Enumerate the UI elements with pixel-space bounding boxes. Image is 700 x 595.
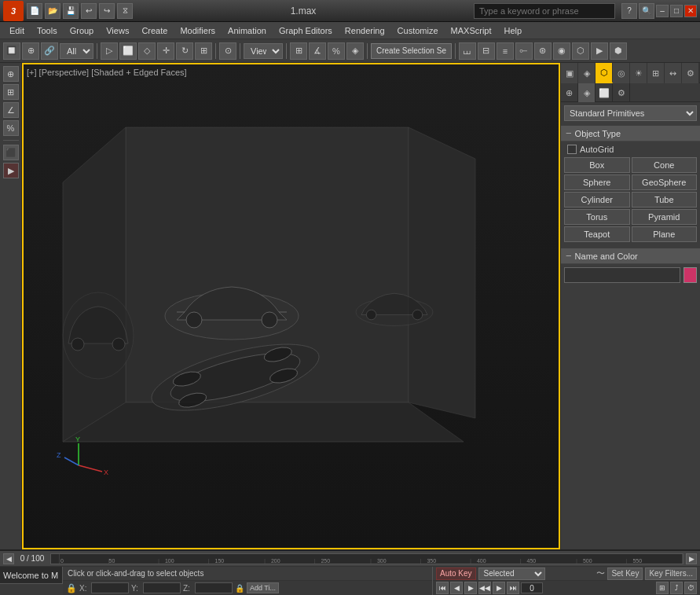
tab-spacewarp[interactable]: ↭ (665, 63, 682, 83)
select-region-btn[interactable]: ⬜ (119, 42, 137, 60)
tab-geometry[interactable]: ⬡ (596, 63, 613, 83)
subtab-utility[interactable]: ⚙ (613, 83, 630, 102)
filter-dropdown[interactable]: All (60, 43, 93, 59)
tab-helper[interactable]: ⊞ (647, 63, 665, 83)
search-input[interactable] (474, 3, 615, 19)
menu-help[interactable]: Help (498, 22, 529, 39)
minimize-button[interactable]: – (656, 5, 669, 17)
go-start-btn[interactable]: ⏮ (436, 582, 449, 594)
param-curve-btn[interactable]: ⤴ (670, 582, 683, 594)
frame-number-input[interactable] (521, 582, 543, 593)
viewport-layout-btn[interactable]: ⬛ (3, 145, 19, 160)
snap-pct-btn[interactable]: % (3, 120, 19, 136)
scale-btn[interactable]: ⊞ (195, 42, 212, 60)
subtab-hierarchy[interactable]: ⊕ (561, 83, 578, 102)
menu-group[interactable]: Group (64, 22, 101, 39)
tab-shapes[interactable]: ◈ (578, 63, 596, 83)
tab-systems[interactable]: ⚙ (682, 63, 699, 83)
rotate-btn[interactable]: ↻ (176, 42, 193, 60)
x-coord-input[interactable] (91, 582, 129, 593)
snap-key-btn[interactable]: ⊞ (656, 582, 669, 594)
menu-graph-editors[interactable]: Graph Editors (273, 22, 339, 39)
teapot-button[interactable]: Teapot (564, 226, 630, 242)
menu-customize[interactable]: Customize (391, 22, 445, 39)
search-icon[interactable]: 🔍 (639, 3, 654, 19)
history-icon[interactable]: ⧖ (117, 3, 133, 19)
play-btn[interactable]: ▶ (464, 582, 477, 594)
timeline-ruler[interactable]: 0 50 100 150 200 250 300 350 400 450 (50, 553, 684, 564)
autogrid-checkbox[interactable] (567, 145, 577, 154)
menu-rendering[interactable]: Rendering (339, 22, 391, 39)
auto-key-button[interactable]: Auto Key (436, 567, 476, 580)
align-btn[interactable]: ⊟ (478, 42, 495, 60)
collapse-name-color-btn[interactable]: − (566, 250, 572, 262)
spinner-snap-btn[interactable]: ◈ (346, 42, 364, 60)
render-btn[interactable]: ▶ (591, 42, 608, 60)
play-anim-btn[interactable]: ▶ (3, 163, 19, 178)
percent-snap-btn[interactable]: % (328, 42, 345, 60)
sphere-button[interactable]: Sphere (564, 174, 630, 190)
tube-button[interactable]: Tube (632, 192, 698, 208)
go-end-btn[interactable]: ⏭ (507, 582, 519, 594)
y-coord-input[interactable] (143, 582, 181, 593)
render-frame-btn[interactable]: ⬢ (610, 42, 627, 60)
selected-dropdown[interactable]: Selected (478, 567, 545, 580)
timeline-back-btn[interactable]: ◀ (3, 553, 14, 564)
z-coord-input[interactable] (195, 582, 233, 593)
move-btn[interactable]: ✛ (157, 42, 174, 60)
undo-icon[interactable]: ↩ (81, 3, 97, 19)
help-icon[interactable]: ? (621, 3, 637, 19)
layer-btn[interactable]: ≡ (497, 42, 514, 60)
color-swatch[interactable] (684, 267, 697, 283)
curve-editor-btn[interactable]: ⟜ (515, 42, 533, 60)
angle-snap-btn[interactable]: ∡ (309, 42, 326, 60)
key-filters-button[interactable]: Key Filters... (645, 567, 697, 580)
save-file-icon[interactable]: 💾 (63, 3, 79, 19)
close-button[interactable]: ✕ (684, 5, 697, 17)
maximize-button[interactable]: □ (670, 5, 683, 17)
play-reverse-btn[interactable]: ◀◀ (478, 582, 491, 594)
snap3d-btn[interactable]: ⊕ (3, 66, 19, 82)
create-selection-btn[interactable]: Create Selection Se (371, 43, 452, 59)
tab-light[interactable]: ☀ (630, 63, 647, 83)
next-frame-btn[interactable]: ▶ (493, 582, 505, 594)
schematic-btn[interactable]: ⊛ (534, 42, 552, 60)
ref-coord-btn[interactable]: ⊙ (219, 42, 236, 60)
cone-button[interactable]: Cone (632, 157, 698, 173)
collapse-object-type-btn[interactable]: − (566, 127, 572, 139)
new-file-icon[interactable]: 📄 (27, 3, 42, 19)
mirror-btn[interactable]: ⧢ (459, 42, 476, 60)
geosphere-button[interactable]: GeoSphere (632, 174, 698, 190)
tab-display[interactable]: ▣ (561, 63, 578, 83)
snap-toggle-btn[interactable]: ⊞ (290, 42, 307, 60)
cylinder-button[interactable]: Cylinder (564, 192, 630, 208)
view-dropdown[interactable]: View (244, 43, 283, 59)
snap-angle-btn[interactable]: ∠ (3, 102, 19, 118)
set-key-button[interactable]: Set Key (607, 567, 643, 580)
menu-maxscript[interactable]: MAXScript (445, 22, 498, 39)
menu-views[interactable]: Views (100, 22, 135, 39)
tab-camera[interactable]: ◎ (613, 63, 630, 83)
link-btn[interactable]: 🔗 (41, 42, 58, 60)
menu-edit[interactable]: Edit (3, 22, 31, 39)
menu-animation[interactable]: Animation (222, 22, 273, 39)
subtab-motion[interactable]: ◈ (578, 83, 596, 102)
plane-button[interactable]: Plane (632, 226, 698, 242)
select-mode-btn[interactable]: 🔲 (3, 42, 20, 60)
menu-create[interactable]: Create (135, 22, 174, 39)
time-config-btn[interactable]: ⏱ (684, 582, 697, 594)
timeline-forward-btn[interactable]: ▶ (686, 553, 697, 564)
snap2d-btn[interactable]: ⊞ (3, 84, 19, 100)
pyramid-button[interactable]: Pyramid (632, 209, 698, 225)
mat-editor-btn[interactable]: ◉ (553, 42, 570, 60)
primitive-type-dropdown[interactable]: Standard Primitives (564, 105, 697, 121)
torus-button[interactable]: Torus (564, 209, 630, 225)
redo-icon[interactable]: ↪ (99, 3, 115, 19)
add-time-tag-btn[interactable]: Add Ti... (247, 582, 279, 593)
object-name-input[interactable] (564, 267, 680, 283)
lasso-select-btn[interactable]: ◇ (138, 42, 156, 60)
menu-modifiers[interactable]: Modifiers (174, 22, 222, 39)
viewport-area[interactable]: [+] [Perspective] [Shaded + Edged Faces] (22, 63, 560, 549)
menu-tools[interactable]: Tools (31, 22, 64, 39)
open-file-icon[interactable]: 📂 (45, 3, 60, 19)
